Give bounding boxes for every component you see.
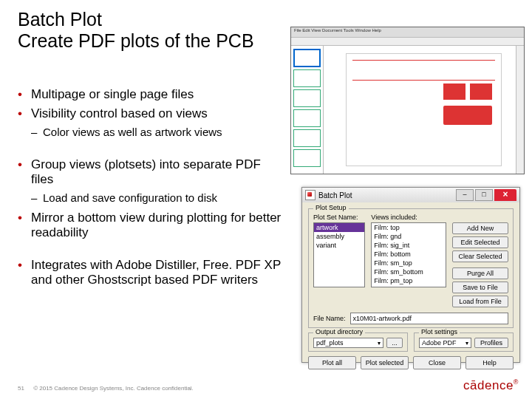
maximize-button[interactable]: □ bbox=[475, 189, 493, 201]
group-label: Plot settings bbox=[419, 328, 460, 335]
dialog-titlebar: Batch Plot – □ × bbox=[302, 188, 519, 202]
page-number: 51 bbox=[18, 385, 24, 392]
purge-all-button[interactable]: Purge All bbox=[452, 267, 508, 279]
sub-bullet: Load and save configuration to disk bbox=[18, 191, 284, 204]
scrollbar bbox=[516, 46, 524, 174]
browse-button[interactable]: ... bbox=[386, 338, 403, 348]
list-item[interactable]: assembly bbox=[314, 232, 364, 241]
label-plotset: Plot Set Name: bbox=[313, 214, 365, 221]
label-views: Views included: bbox=[371, 214, 446, 221]
profiles-button[interactable]: Profiles bbox=[474, 338, 508, 348]
list-item[interactable]: Film: top bbox=[372, 223, 446, 232]
slide-footer: 51 © 2015 Cadence Design Systems, Inc. C… bbox=[18, 385, 194, 392]
clear-selected-button[interactable]: Clear Selected bbox=[452, 250, 508, 262]
load-from-file-button[interactable]: Load from File bbox=[452, 296, 508, 307]
app-icon bbox=[305, 190, 316, 200]
plot-all-button[interactable]: Plot all bbox=[308, 356, 356, 369]
close-button[interactable]: × bbox=[494, 189, 516, 201]
output-dir-dropdown[interactable]: pdf_plots▾ bbox=[313, 338, 383, 348]
pdf-page-canvas bbox=[324, 46, 524, 174]
add-new-button[interactable]: Add New bbox=[452, 222, 508, 234]
label-filename: File Name: bbox=[313, 315, 346, 322]
list-item[interactable]: Film: bottom bbox=[372, 250, 446, 259]
bullet: Multipage or single page files bbox=[18, 87, 284, 102]
slide-title: Batch Plot Create PDF plots of the PCB bbox=[18, 9, 254, 52]
bullet-list: Multipage or single page files Visibilit… bbox=[18, 83, 284, 292]
pdf-toolbar bbox=[291, 38, 524, 46]
list-item[interactable]: Film: sig_int bbox=[372, 241, 446, 250]
list-item[interactable]: Film: sm_top bbox=[372, 259, 446, 267]
pdf-menubar: File Edit View Document Tools Window Hel… bbox=[291, 27, 524, 38]
sub-bullet: Color views as well as artwork views bbox=[18, 126, 284, 138]
list-item[interactable]: Film: gnd bbox=[372, 232, 446, 241]
copyright: © 2015 Cadence Design Systems, Inc. Cade… bbox=[33, 385, 194, 392]
pdf-thumbnails bbox=[291, 46, 324, 174]
title-line2: Create PDF plots of the PCB bbox=[18, 30, 254, 51]
pdf-viewer-screenshot: File Edit View Document Tools Window Hel… bbox=[290, 27, 525, 174]
bullet: Integrates with Adobe Distiller, Free. P… bbox=[18, 258, 284, 287]
batch-plot-dialog: Batch Plot – □ × Plot Setup Plot Set Nam… bbox=[301, 187, 520, 363]
group-label: Output directory bbox=[313, 328, 365, 335]
list-item[interactable]: Film: sm_bottom bbox=[372, 267, 446, 276]
group-label: Plot Setup bbox=[313, 204, 349, 211]
edit-selected-button[interactable]: Edit Selected bbox=[452, 236, 508, 248]
list-item[interactable]: artwork bbox=[314, 223, 364, 232]
bullet: Mirror a bottom view during plotting for… bbox=[18, 211, 284, 240]
title-line1: Batch Plot bbox=[18, 9, 102, 30]
list-item[interactable]: Film: pm_bottom bbox=[372, 285, 446, 287]
minimize-button[interactable]: – bbox=[456, 189, 474, 201]
save-to-file-button[interactable]: Save to File bbox=[452, 282, 508, 293]
plot-selected-button[interactable]: Plot selected bbox=[361, 356, 409, 369]
help-button[interactable]: Help bbox=[466, 356, 514, 369]
plotset-listbox[interactable]: artwork assembly variant bbox=[313, 222, 365, 287]
bullet: Visibility control based on views bbox=[18, 106, 284, 121]
bullet: Group views (plotsets) into separate PDF… bbox=[18, 157, 284, 187]
pdf-writer-dropdown[interactable]: Adobe PDF▾ bbox=[419, 338, 471, 348]
dialog-title: Batch Plot bbox=[318, 191, 352, 200]
views-listbox[interactable]: Film: top Film: gnd Film: sig_int Film: … bbox=[371, 222, 446, 287]
list-item[interactable]: Film: pm_top bbox=[372, 276, 446, 285]
close-dialog-button[interactable]: Close bbox=[413, 356, 461, 369]
chevron-down-icon: ▾ bbox=[466, 340, 468, 347]
slide: Batch Plot Create PDF plots of the PCB M… bbox=[0, 0, 532, 399]
chevron-down-icon: ▾ bbox=[378, 340, 381, 347]
cadence-logo: cādence® bbox=[463, 378, 519, 393]
filename-input[interactable]: x10M01-artwork.pdf bbox=[350, 313, 508, 324]
list-item[interactable]: variant bbox=[314, 241, 364, 250]
